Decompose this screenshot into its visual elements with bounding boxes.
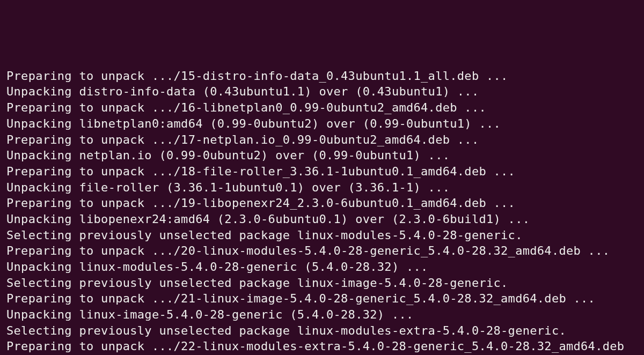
- terminal-line: Selecting previously unselected package …: [6, 275, 638, 291]
- terminal-line: Preparing to unpack .../20-linux-modules…: [6, 243, 638, 259]
- terminal-line: Unpacking linux-image-5.4.0-28-generic (…: [6, 307, 638, 323]
- terminal-line: Unpacking file-roller (3.36.1-1ubuntu0.1…: [6, 180, 638, 196]
- terminal-line: Selecting previously unselected package …: [6, 323, 638, 339]
- terminal-line: Unpacking libopenexr24:amd64 (2.3.0-6ubu…: [6, 211, 638, 227]
- terminal-line: Preparing to unpack .../17-netplan.io_0.…: [6, 132, 638, 148]
- terminal-line: Selecting previously unselected package …: [6, 227, 638, 243]
- terminal-line: Preparing to unpack .../22-linux-modules…: [6, 338, 638, 355]
- terminal-line: Unpacking libnetplan0:amd64 (0.99-0ubunt…: [6, 116, 638, 132]
- terminal-line: Preparing to unpack .../21-linux-image-5…: [6, 291, 638, 307]
- terminal-line: Preparing to unpack .../18-file-roller_3…: [6, 164, 638, 180]
- terminal-line: Preparing to unpack .../19-libopenexr24_…: [6, 195, 638, 211]
- terminal-line: Preparing to unpack .../16-libnetplan0_0…: [6, 100, 638, 116]
- terminal-line: Unpacking distro-info-data (0.43ubuntu1.…: [6, 84, 638, 100]
- terminal-output[interactable]: Preparing to unpack .../15-distro-info-d…: [6, 68, 638, 355]
- terminal-line: Unpacking linux-modules-5.4.0-28-generic…: [6, 259, 638, 275]
- terminal-line: Preparing to unpack .../15-distro-info-d…: [6, 68, 638, 84]
- terminal-line: Unpacking netplan.io (0.99-0ubuntu2) ove…: [6, 147, 638, 164]
